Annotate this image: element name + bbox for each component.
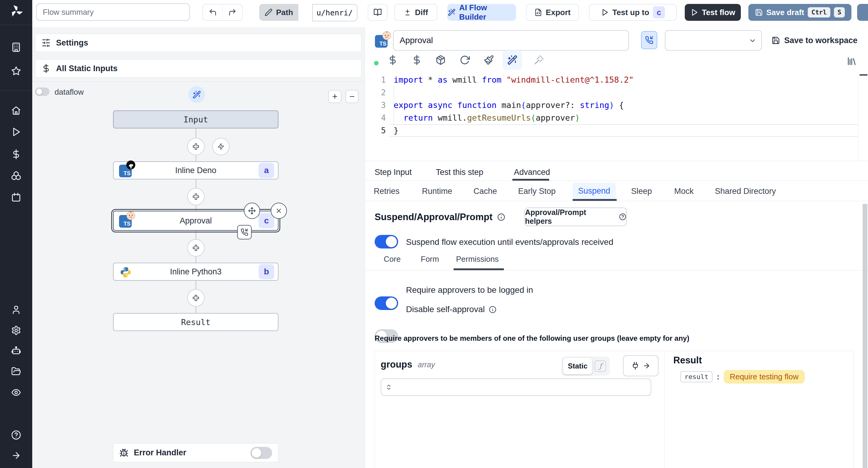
result-key-chip[interactable]: result — [680, 371, 712, 382]
wand-icon — [507, 55, 518, 65]
chevrons-up-down-icon[interactable] — [385, 384, 392, 390]
suspend-step-indicator[interactable] — [237, 225, 252, 239]
suspend-flow-toggle[interactable] — [375, 235, 398, 248]
info-icon[interactable] — [497, 213, 505, 221]
add-resource-button[interactable] — [412, 55, 422, 65]
audit-eye-icon[interactable] — [11, 387, 21, 398]
info-icon[interactable] — [489, 306, 496, 313]
script-version-select[interactable] — [665, 30, 762, 51]
groups-array-input[interactable] — [381, 378, 651, 396]
error-handler-toggle[interactable] — [250, 447, 272, 459]
add-variable-button[interactable] — [388, 55, 398, 65]
graph-ai-wand-button[interactable] — [188, 86, 205, 103]
flow-node-python[interactable]: Inline Python3 b — [113, 263, 278, 281]
undo-button[interactable] — [203, 4, 223, 21]
zoom-out-button[interactable]: − — [345, 90, 359, 103]
mode-javascript-option[interactable]: ƒ — [595, 360, 606, 372]
move-step-button[interactable] — [244, 203, 260, 219]
result-pane-title: Result — [673, 355, 702, 366]
subtab-retries[interactable]: Retries — [374, 187, 400, 196]
home-icon[interactable] — [11, 106, 21, 116]
subtab-sleep[interactable]: Sleep — [631, 187, 652, 196]
flow-node-result[interactable]: Result — [113, 313, 278, 331]
help-icon[interactable] — [11, 430, 21, 440]
require-login-toggle[interactable] — [375, 296, 398, 310]
diff-button[interactable]: Diff — [394, 4, 437, 21]
tab-test-this-step[interactable]: Test this step — [436, 168, 484, 177]
favorites-star-icon[interactable] — [11, 66, 21, 76]
runs-play-icon[interactable] — [11, 127, 21, 137]
tab-step-input[interactable]: Step Input — [375, 168, 412, 177]
approval-prompt-helpers-button[interactable]: Approval/Prompt helpers — [524, 207, 627, 226]
ai-off-wand-icon[interactable] — [534, 55, 544, 65]
add-trigger-button[interactable] — [212, 138, 230, 155]
subtab-form[interactable]: Form — [421, 255, 439, 264]
variables-dollar-icon[interactable] — [11, 149, 21, 159]
save-to-workspace-button[interactable]: Save to workspace — [772, 33, 858, 48]
subtab-cache[interactable]: Cache — [473, 187, 497, 196]
settings-gear-icon[interactable] — [11, 325, 21, 335]
code-editor[interactable]: 12345 import * as wmill from "windmill-c… — [365, 72, 868, 161]
sliders-icon — [41, 38, 51, 47]
flow-node-deno[interactable]: TS Inline Deno a — [113, 161, 278, 179]
export-button[interactable]: Export — [526, 4, 579, 21]
test-flow-button[interactable]: Test flow — [685, 4, 741, 21]
workers-bot-icon[interactable] — [11, 346, 21, 356]
test-up-to-button[interactable]: Test up to c — [589, 4, 677, 21]
add-step-button[interactable] — [187, 289, 205, 307]
scrollbar[interactable] — [863, 204, 867, 468]
tab-advanced[interactable]: Advanced — [514, 168, 550, 177]
suspend-mode-button[interactable] — [641, 31, 657, 49]
flow-node-input[interactable]: Input — [113, 110, 278, 128]
collapse-arrow-icon[interactable] — [11, 450, 21, 461]
format-brush-icon[interactable] — [484, 55, 494, 65]
flow-summary-input[interactable] — [36, 3, 190, 21]
save-to-workspace-label: Save to workspace — [784, 36, 858, 45]
ai-assistant-button[interactable] — [503, 50, 522, 70]
folders-icon[interactable] — [11, 367, 21, 376]
ai-flow-builder-button[interactable]: AI Flow Builder — [447, 4, 516, 21]
input-mode-switch[interactable]: Static ƒ — [561, 356, 610, 376]
all-static-inputs-button[interactable]: All Static Inputs — [35, 59, 361, 78]
workspace-icon[interactable] — [11, 42, 21, 52]
subtab-early-stop[interactable]: Early Stop — [518, 187, 556, 196]
disable-self-approval-row: Disable self-approval — [406, 304, 496, 314]
path-value-input[interactable] — [312, 4, 358, 21]
book-open-icon — [373, 8, 382, 17]
subtab-core[interactable]: Core — [384, 255, 401, 264]
add-step-button[interactable] — [187, 239, 205, 257]
docs-book-button[interactable] — [368, 4, 388, 21]
schedules-calendar-icon[interactable] — [11, 193, 21, 202]
save-icon — [772, 36, 780, 45]
delete-step-button[interactable] — [271, 203, 287, 219]
subtab-mock[interactable]: Mock — [674, 187, 694, 196]
baby-emoji-icon — [126, 210, 136, 221]
connect-input-button[interactable] — [623, 355, 658, 376]
add-step-button[interactable] — [187, 188, 205, 205]
subtab-permissions[interactable]: Permissions — [456, 255, 499, 264]
path-button[interactable]: Path — [259, 4, 299, 21]
result-value-chip[interactable]: Require testing flow — [724, 370, 804, 384]
library-icon[interactable] — [846, 56, 857, 66]
subtab-runtime[interactable]: Runtime — [422, 187, 453, 196]
divider — [365, 270, 868, 270]
subtab-suspend[interactable]: Suspend — [572, 183, 616, 199]
mode-static-option[interactable]: Static — [563, 358, 592, 374]
windmill-logo-icon[interactable] — [9, 4, 23, 18]
save-draft-button[interactable]: Save draft Ctrl S — [748, 4, 851, 21]
redo-button[interactable] — [222, 4, 243, 21]
zoom-in-button[interactable]: + — [328, 90, 341, 103]
flow-settings-button[interactable]: Settings — [35, 34, 361, 52]
error-handler-card[interactable]: Error Handler — [113, 443, 278, 462]
dataflow-toggle[interactable] — [35, 87, 50, 96]
package-icon[interactable] — [435, 55, 446, 65]
resources-boxes-icon[interactable] — [11, 171, 21, 181]
step-name-input[interactable] — [393, 30, 629, 51]
deploy-button-partial[interactable] — [857, 4, 868, 21]
reload-icon[interactable] — [460, 55, 470, 65]
arrow-right-icon — [643, 362, 650, 370]
editor-code[interactable]: import * as wmill from "windmill-client@… — [394, 74, 634, 137]
add-step-button[interactable] — [187, 138, 205, 155]
users-icon[interactable] — [11, 305, 21, 315]
subtab-shared-directory[interactable]: Shared Directory — [715, 187, 776, 196]
